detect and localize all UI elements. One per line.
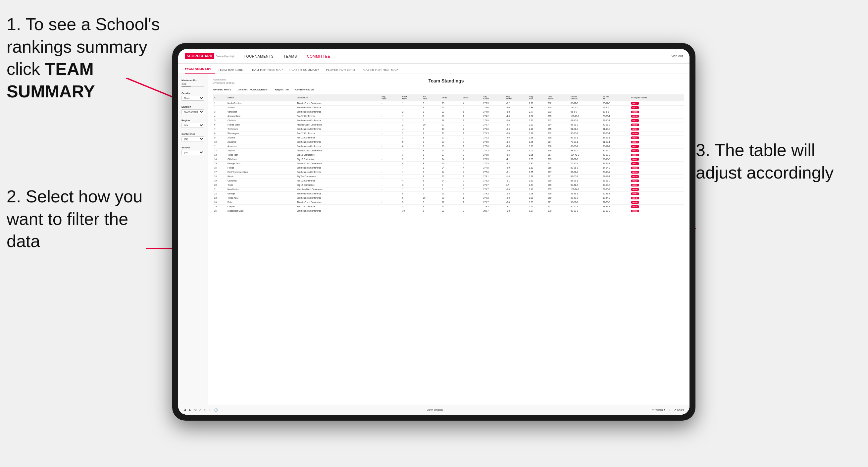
cell-conf-rank: 2: [401, 131, 422, 135]
cell-vs25: 34-24-2: [602, 165, 630, 170]
cell-points: 80.27: [630, 179, 684, 183]
cell-overall: 76-26-1: [569, 161, 602, 165]
toolbar-forward-icon[interactable]: ▶: [189, 408, 191, 412]
cell-avg-par: -6.0: [505, 131, 528, 135]
filter-division-select[interactable]: NCAA Division I: [182, 109, 204, 114]
cell-conference: Mountain West Conference: [296, 187, 380, 191]
cell-conf-rank: 1: [401, 153, 422, 157]
filter-conference-select[interactable]: (All): [182, 136, 204, 142]
filter-group-gender: Gender Men's: [182, 92, 204, 101]
top-nav: SCOREBOARD Powered by clippi TOURNAMENTS…: [178, 49, 689, 64]
table-row: 3 Vanderbilt Southeastern Conference - 2…: [213, 110, 684, 114]
cell-vs25: 20-39-1: [602, 191, 630, 196]
cell-rank: 4: [213, 114, 226, 118]
nav-teams[interactable]: TEAMS: [283, 54, 297, 58]
nav-committee[interactable]: COMMITTEE: [307, 54, 331, 58]
cell-vs25: 36-17-2: [602, 144, 630, 148]
score-badge: 89.11: [631, 102, 639, 105]
cell-vs25: 79-25-1: [602, 114, 630, 118]
cell-wins: 1: [462, 200, 482, 204]
toolbar-copy-icon[interactable]: ⎘: [204, 408, 206, 412]
cell-points: 80.16: [630, 170, 684, 174]
cell-rank: 3: [213, 110, 226, 114]
cell-conf-rank: 1: [401, 174, 422, 179]
cell-wins: 0: [462, 204, 482, 209]
score-badge: 87.21: [631, 106, 639, 109]
view-original-btn[interactable]: View: Original: [427, 408, 443, 411]
cell-overall: 109-24-2: [569, 187, 602, 191]
main-content: Minimum Ro... 4 30 Gender Men's Division…: [178, 74, 689, 405]
cell-no-tour: 9: [422, 101, 441, 105]
toolbar-refresh-icon[interactable]: ↻: [194, 408, 197, 412]
toolbar-clock-icon[interactable]: 🕐: [214, 408, 218, 412]
watch-icon: 👁: [652, 408, 654, 411]
sub-nav-player-h2h-heatmap[interactable]: PLAYER H2H HEATMAP: [362, 68, 402, 73]
cell-overall: 83-15-0: [569, 148, 602, 153]
cell-reg-rank: -: [380, 127, 401, 131]
cell-overall: 100-27-1: [569, 114, 602, 118]
sub-nav-player-summary[interactable]: PLAYER SUMMARY: [289, 68, 323, 73]
cell-avg-par: -3.1: [505, 204, 528, 209]
cell-wins: 2: [462, 127, 482, 131]
nav-tournaments[interactable]: TOURNAMENTS: [244, 54, 274, 58]
watch-btn[interactable]: 👁 Watch ▾: [652, 408, 665, 411]
cell-avg-low: 1.63: [528, 165, 547, 170]
cell-reg-rank: -: [380, 101, 401, 105]
cell-wins: 4: [462, 165, 482, 170]
cell-avg-par: -5.8: [505, 191, 528, 196]
cell-wins: 1: [462, 148, 482, 153]
cell-adj-score: 274.8: [482, 118, 505, 123]
cell-avg-par: -5.8: [505, 187, 528, 191]
cell-no-tour: 7: [422, 144, 441, 148]
cell-conference: Atlantic Coast Conference: [296, 161, 380, 165]
score-badge: 82.39: [631, 124, 639, 126]
cell-conference: Southeastern Conference: [296, 165, 380, 170]
cell-rank: 21: [213, 187, 226, 191]
cell-school: Alabama: [226, 140, 296, 144]
cell-school: Arizona State: [226, 114, 296, 118]
cell-vs25: 39-23-1: [602, 135, 630, 140]
toolbar-back-icon[interactable]: ◀: [183, 408, 186, 412]
cell-rank: 1: [213, 101, 226, 105]
score-badge: 83.27: [631, 119, 639, 122]
standings-table: # School Conference RegRank ConfRank NoT…: [213, 94, 684, 213]
cell-reg-rank: -: [380, 209, 401, 213]
cell-wins: 6: [462, 105, 482, 110]
cell-reg-rank: -: [380, 204, 401, 209]
table-row: 18 Illinois Big Ten Conference - 1 8 23 …: [213, 174, 684, 179]
cell-rnds: 23: [441, 101, 462, 105]
cell-low-score: 268: [547, 144, 569, 148]
cell-avg-low: 1.39: [528, 200, 547, 204]
cell-reg-rank: -: [380, 153, 401, 157]
cell-points: 87.21: [630, 105, 684, 110]
sub-nav-team-summary[interactable]: TEAM SUMMARY: [185, 68, 215, 73]
filter-region-select[interactable]: N/A: [182, 123, 204, 128]
cell-conference: Pac-12 Conference: [296, 204, 380, 209]
filter-gender-select[interactable]: Men's: [182, 96, 204, 101]
sub-nav-player-h2h-grid[interactable]: PLAYER H2H GRID: [326, 68, 359, 73]
instruction-step2: 2. Select how you want to filter the dat…: [7, 185, 146, 253]
table-row: 12 Virginia Atlantic Coast Conference - …: [213, 148, 684, 153]
cell-conference: Southeastern Conference: [296, 196, 380, 200]
cell-avg-low: 2.37: [528, 118, 547, 123]
cell-avg-par: -5.0: [505, 118, 528, 123]
sub-nav-team-h2h-heatmap[interactable]: TEAM H2H HEATMAP: [250, 68, 287, 73]
sign-out[interactable]: Sign out: [671, 54, 683, 58]
cell-rank: 11: [213, 144, 226, 148]
cell-no-tour: 7: [422, 191, 441, 196]
sub-nav-team-h2h-grid[interactable]: TEAM H2H GRID: [218, 68, 247, 73]
filter-school-select[interactable]: (All): [182, 150, 204, 155]
watch-chevron: ▾: [664, 408, 665, 411]
toolbar-home-icon[interactable]: ⌂: [199, 408, 202, 412]
share-btn[interactable]: ↗ Share: [674, 408, 684, 411]
cell-school: North Carolina: [226, 101, 296, 105]
cell-low-score: 268: [547, 135, 569, 140]
cell-overall: 80-25-2: [569, 165, 602, 170]
toolbar-settings-icon[interactable]: ⊞: [209, 408, 211, 412]
cell-low-score: 266: [547, 191, 569, 196]
cell-avg-low: 1.30: [528, 196, 547, 200]
range-slider[interactable]: [182, 86, 204, 87]
filter-conference-label: Conference: [182, 132, 204, 135]
cell-overall: 72-30-1: [569, 140, 602, 144]
cell-avg-low: 1.44: [528, 183, 547, 187]
